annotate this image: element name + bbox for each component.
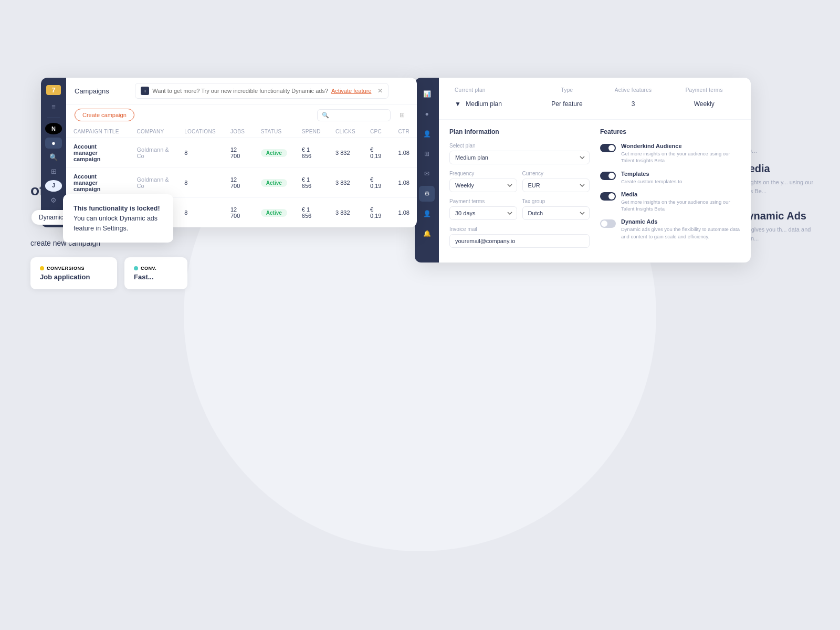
plan-name: Medium plan <box>466 100 502 108</box>
sidebar-brand-nike[interactable]: N <box>45 123 62 134</box>
currency-label: Currency <box>522 171 590 176</box>
cell-locations-2: 8 <box>177 198 223 228</box>
notif-close-button[interactable]: ✕ <box>377 87 383 94</box>
tax-group-group: Tax group Dutch <box>522 198 590 220</box>
dynamic-label-text: Dynamic <box>39 214 64 221</box>
table-row: Account manager campaign Goldmann & Co 8… <box>66 168 417 198</box>
plan-row: Current plan Type Active features Paymen… <box>439 78 751 120</box>
plan-data-row: ▼ Medium plan Per feature 3 Weekly <box>450 96 739 112</box>
th-company: Company <box>130 125 177 138</box>
settings-nav-msg[interactable]: ✉ <box>419 166 435 182</box>
plan-current-value: ▼ Medium plan <box>450 96 536 112</box>
plan-type-value: Per feature <box>537 96 597 112</box>
sidebar-icon-search[interactable]: 🔍 <box>45 152 62 163</box>
frequency-group: Frequency Weekly <box>449 171 517 192</box>
notif-icon: i <box>141 87 149 95</box>
cell-cpc-1: € 0,19 <box>363 168 391 198</box>
settings-content: Current plan Type Active features Paymen… <box>439 78 751 262</box>
cell-company-1: Goldmann & Co <box>130 168 177 198</box>
conversion-card-2[interactable]: CONV. Fast... <box>124 257 187 289</box>
sidebar-divider-1 <box>47 118 60 118</box>
feature-text-2: Media Get more insights on the your audi… <box>621 191 740 213</box>
conversion-card-1[interactable]: CONVERSIONS Job application <box>30 257 117 289</box>
search-box[interactable]: 🔍 <box>317 109 391 121</box>
grid-view-icon[interactable]: ⊞ <box>396 109 408 121</box>
plan-arrow-icon: ▼ <box>455 100 461 108</box>
cell-title-0: Account manager campaign <box>66 138 130 168</box>
freq-currency-row: Frequency Weekly Currency EUR <box>449 171 590 198</box>
feature-text-1: Templates Create custom templates to <box>621 171 682 185</box>
payment-tax-row: Payment terms 30 days Tax group Dutch <box>449 198 590 226</box>
settings-nav-grid[interactable]: ⊞ <box>419 146 435 162</box>
settings-nav: 📊 ● 👤 ⊞ ✉ ⚙ 👤 🔔 <box>415 78 439 262</box>
conv-title-2: Fast... <box>134 273 178 281</box>
settings-nav-gear[interactable]: ⚙ <box>419 186 435 202</box>
cell-jobs-2: 12 700 <box>223 198 254 228</box>
settings-nav-bell[interactable]: 🔔 <box>419 226 435 242</box>
settings-nav-person[interactable]: 👤 <box>419 206 435 222</box>
cell-clicks-2: 3 832 <box>328 198 363 228</box>
tax-group-label: Tax group <box>522 198 590 204</box>
sidebar-icon-active[interactable]: ● <box>45 138 62 149</box>
cell-status-2: Active <box>254 198 295 228</box>
create-campaign-button[interactable]: Create campaign <box>75 109 134 121</box>
select-plan-dropdown[interactable]: Medium plan <box>449 151 590 164</box>
frequency-dropdown[interactable]: Weekly <box>449 178 517 192</box>
feature-desc-1: Create custom templates to <box>621 178 682 185</box>
cell-status-1: Active <box>254 168 295 198</box>
invoice-mail-label: Invoice mail <box>449 226 590 232</box>
tax-group-dropdown[interactable]: Dutch <box>522 206 590 220</box>
campaigns-topbar: Campaigns i Want to get more? Try our ne… <box>66 78 417 104</box>
th-clicks: Clicks <box>328 125 363 138</box>
cell-spend-2: € 1 656 <box>295 198 328 228</box>
search-icon: 🔍 <box>322 112 329 119</box>
feature-name-1: Templates <box>621 171 682 177</box>
feature-text-0: Wonderkind Audience Get more insights on… <box>621 143 740 164</box>
feature-item-1: Templates Create custom templates to <box>600 171 740 185</box>
select-plan-label: Select plan <box>449 143 590 149</box>
feature-toggle-2[interactable] <box>600 192 616 201</box>
cell-spend-0: € 1 656 <box>295 138 328 168</box>
plan-table: Current plan Type Active features Paymen… <box>449 84 740 113</box>
currency-group: Currency EUR <box>522 171 590 192</box>
tooltip-text: This functionality is locked! You can un… <box>74 204 163 233</box>
payment-terms-dropdown[interactable]: 30 days <box>449 206 517 220</box>
form-left: Plan information Select plan Medium plan… <box>449 128 590 254</box>
tooltip-box: This functionality is locked! You can un… <box>63 194 173 243</box>
cell-ctr-2: 1.08 <box>391 198 417 228</box>
invoice-mail-input[interactable] <box>449 234 590 248</box>
cell-jobs-1: 12 700 <box>223 168 254 198</box>
activate-feature-link[interactable]: Activate feature <box>331 88 371 94</box>
feature-toggle-0[interactable] <box>600 144 616 152</box>
feature-toggle-1[interactable] <box>600 172 616 180</box>
conv-label-2: CONV. <box>141 266 156 271</box>
plan-features-value: 3 <box>598 96 668 112</box>
th-jobs: Jobs <box>223 125 254 138</box>
th-ctr: Ctr <box>391 125 417 138</box>
sidebar-icon-grid[interactable]: ⊞ <box>45 166 62 177</box>
settings-nav-dot[interactable]: ● <box>419 106 435 122</box>
settings-nav-user[interactable]: 👤 <box>419 126 435 142</box>
currency-dropdown[interactable]: EUR <box>522 178 590 192</box>
cell-jobs-0: 12 700 <box>223 138 254 168</box>
cell-status-0: Active <box>254 138 295 168</box>
cell-ctr-1: 1.08 <box>391 168 417 198</box>
sidebar-brand-jordan[interactable]: J <box>45 180 62 191</box>
cell-locations-1: 8 <box>177 168 223 198</box>
scene: of campaign & goals This functionality i… <box>0 0 840 630</box>
feature-name-2: Media <box>621 191 740 197</box>
sidebar-icon-settings[interactable]: ⚙ <box>45 195 62 206</box>
features-list: Wonderkind Audience Get more insights on… <box>600 143 740 240</box>
sidebar-icon-menu[interactable]: ≡ <box>45 101 62 112</box>
feature-desc-2: Get more insights on the your audience u… <box>621 198 740 213</box>
settings-nav-chart[interactable]: 📊 <box>419 86 435 102</box>
settings-panel: 📊 ● 👤 ⊞ ✉ ⚙ 👤 🔔 Current plan Type Active… <box>415 78 751 262</box>
feature-toggle-3[interactable] <box>600 219 616 228</box>
cell-cpc-0: € 0,19 <box>363 138 391 168</box>
th-locations: Locations <box>177 125 223 138</box>
feature-name-0: Wonderkind Audience <box>621 143 740 149</box>
notification-bar: i Want to get more? Try our new incredib… <box>135 83 388 99</box>
plan-info-title: Plan information <box>449 128 590 135</box>
cell-cpc-2: € 0,19 <box>363 198 391 228</box>
table-toolbar: Create campaign 🔍 ⊞ <box>66 104 417 125</box>
